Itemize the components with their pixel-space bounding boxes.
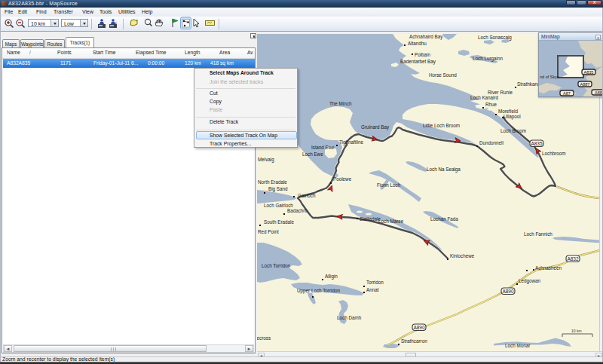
svg-text:South Eradale: South Eradale <box>264 219 294 225</box>
svg-text:The Minch: The Minch <box>329 101 352 106</box>
svg-text:River Runie: River Runie <box>488 90 513 95</box>
svg-text:Red Point: Red Point <box>258 229 279 234</box>
svg-text:North Eradale: North Eradale <box>258 179 287 185</box>
svg-text:Loch Torridon: Loch Torridon <box>262 263 291 268</box>
svg-text:Ledgowan: Ledgowan <box>519 278 541 284</box>
svg-text:Morefield: Morefield <box>498 109 518 114</box>
svg-text:Loch Kanaird: Loch Kanaird <box>470 95 499 100</box>
svg-text:Loch Monar: Loch Monar <box>505 343 530 348</box>
svg-text:Upper Loch Torridon: Upper Loch Torridon <box>297 288 340 294</box>
svg-text:Polbain: Polbain <box>415 52 431 57</box>
svg-text:Gairloch: Gairloch <box>298 193 316 198</box>
svg-text:Loch Ewe: Loch Ewe <box>302 151 323 157</box>
svg-text:A88: A88 <box>595 90 602 95</box>
svg-text:Torridon: Torridon <box>366 280 384 285</box>
svg-text:A832: A832 <box>567 256 579 262</box>
svg-text:Loch Lurgainn: Loch Lurgainn <box>473 56 503 62</box>
svg-text:A890: A890 <box>502 289 514 294</box>
svg-text:Little Loch Broom: Little Loch Broom <box>423 123 460 128</box>
svg-text:Ullapool: Ullapool <box>504 114 521 120</box>
svg-text:10 km: 10 km <box>571 329 582 333</box>
svg-text:Lochbroom: Lochbroom <box>542 151 566 156</box>
svg-text:Big Sand: Big Sand <box>268 186 288 192</box>
svg-text:Achnasheen: Achnasheen <box>535 265 562 271</box>
svg-text:Poolewe: Poolewe <box>333 176 352 182</box>
svg-text:Rhue: Rhue <box>485 102 497 107</box>
svg-text:Loch Gairloch: Loch Gairloch <box>264 203 293 208</box>
svg-text:A887: A887 <box>580 82 590 87</box>
svg-text:Loch Broom: Loch Broom <box>500 128 526 133</box>
svg-text:Loch Maree: Loch Maree <box>378 219 404 224</box>
svg-text:Lochan Fada: Lochan Fada <box>430 216 458 222</box>
svg-text:Achnahaird Bay: Achnahaird Bay <box>409 34 443 40</box>
svg-text:Loch Fannich: Loch Fannich <box>524 231 552 237</box>
svg-text:Strathcarron: Strathcarron <box>401 338 427 344</box>
svg-text:Melvaig: Melvaig <box>258 157 274 163</box>
svg-text:A835: A835 <box>531 141 543 146</box>
svg-text:Gruinard Bay: Gruinard Bay <box>361 124 390 130</box>
svg-text:Tighnafiline: Tighnafiline <box>339 139 363 145</box>
svg-text:Applecross: Applecross <box>257 335 271 341</box>
svg-text:Fionn Loch: Fionn Loch <box>377 182 401 188</box>
svg-text:Loch Damh: Loch Damh <box>337 315 362 320</box>
svg-text:Horse Sound: Horse Sound <box>429 72 457 78</box>
svg-text:A835: A835 <box>584 70 594 75</box>
svg-text:nd of Skye: nd of Skye <box>540 75 559 79</box>
svg-text:Dundonnell: Dundonnell <box>479 140 504 145</box>
svg-text:Loch Sonascaig: Loch Sonascaig <box>478 35 512 41</box>
svg-text:Annat: Annat <box>366 287 379 292</box>
svg-text:Kinlochewe: Kinlochewe <box>450 253 475 258</box>
svg-text:Badachro: Badachro <box>287 208 308 213</box>
svg-text:Alligin: Alligin <box>325 274 338 280</box>
svg-text:Badentarbet Bay: Badentarbet Bay <box>400 59 436 65</box>
svg-text:Loch Na Sealga: Loch Na Sealga <box>427 167 461 173</box>
svg-text:A890: A890 <box>413 325 425 330</box>
svg-text:Altandhu: Altandhu <box>408 41 427 46</box>
svg-text:Island Ewe: Island Ewe <box>311 145 335 150</box>
svg-text:A87: A87 <box>563 91 571 96</box>
